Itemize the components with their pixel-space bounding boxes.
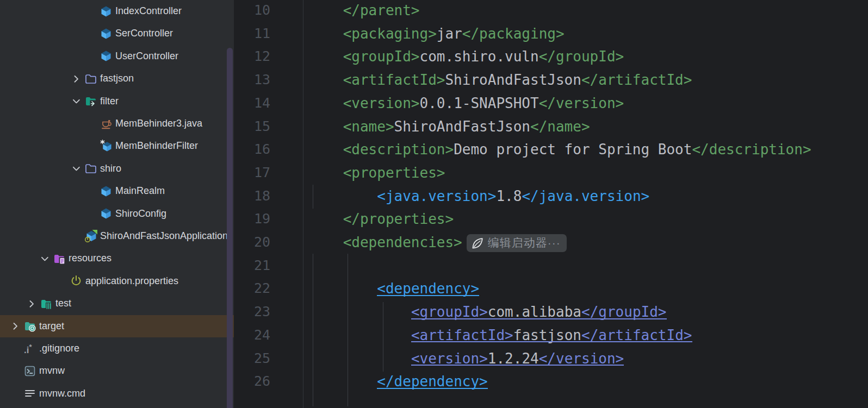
folder-blue-icon <box>85 162 98 175</box>
tree-item-fastjson[interactable]: fastjson <box>0 67 234 90</box>
code-line-16[interactable]: 16<description>Demo project for Spring B… <box>234 138 868 161</box>
code-token: </version> <box>539 350 624 367</box>
tree-item-mvnw[interactable]: mvnw <box>0 360 234 382</box>
bean-icon <box>100 5 113 18</box>
code-line-14[interactable]: 14<version>0.0.1-SNAPSHOT</version> <box>234 92 868 115</box>
code-token: <java.version> <box>377 188 496 204</box>
code-line-15[interactable]: 15<name>ShiroAndFastJson</name> <box>234 115 868 139</box>
code-token: </java.version> <box>522 188 649 204</box>
code-text: <packaging>jar</packaging> <box>343 22 565 46</box>
chevron-right-icon[interactable] <box>71 73 82 84</box>
folder-test-icon <box>40 297 53 310</box>
dependency-link-underline <box>377 295 479 296</box>
dependency-link-underline <box>411 341 692 342</box>
code-token: ShiroAndFastJson <box>394 118 530 135</box>
line-number: 12 <box>234 45 270 68</box>
tree-item-application-properties[interactable]: application.properties <box>0 270 234 292</box>
tree-item-gitignore[interactable]: .i*.gitignore <box>0 337 234 360</box>
java-file-icon <box>100 117 113 130</box>
chevron-down-icon[interactable] <box>71 96 82 106</box>
tree-item-test[interactable]: test <box>0 292 234 315</box>
code-token: </groupId> <box>539 48 624 65</box>
code-line-21[interactable]: 21 <box>234 254 868 278</box>
tree-item-sercontroller[interactable]: SerController <box>0 22 234 45</box>
project-tree: IndexControllerSerControllerUserControll… <box>0 0 234 408</box>
tree-item-indexcontroller[interactable]: IndexController <box>0 0 234 22</box>
chevron-right-icon[interactable] <box>10 321 21 331</box>
warning-squiggle <box>314 390 488 394</box>
line-number: 16 <box>234 138 270 161</box>
dependency-link-underline <box>411 365 624 366</box>
spring-leaf-icon <box>471 237 484 250</box>
line-number: 26 <box>234 370 270 393</box>
tree-item-label: mvnw.cmd <box>39 382 85 405</box>
tree-item-label: MainRealm <box>115 180 165 202</box>
properties-icon <box>70 274 83 287</box>
tree-item-shiro[interactable]: shiro <box>0 158 234 180</box>
code-line-23[interactable]: 23<groupId>com.alibaba</groupId> <box>234 300 868 324</box>
tree-item-target[interactable]: target <box>0 315 234 337</box>
tree-item-shiroandfastjsonapplication[interactable]: ShiroAndFastJsonApplication <box>0 225 234 247</box>
chevron-down-icon[interactable] <box>71 163 82 174</box>
code-text: <version>0.0.1-SNAPSHOT</version> <box>343 92 624 115</box>
code-token: </name> <box>530 118 590 135</box>
code-token: </version> <box>539 95 624 111</box>
code-line-22[interactable]: 22<dependency> <box>234 277 868 300</box>
code-line-18[interactable]: 18<java.version>1.8</java.version> <box>234 185 868 208</box>
code-line-17[interactable]: 17<properties> <box>234 161 868 185</box>
chevron-down-icon[interactable] <box>39 253 50 264</box>
tree-item-mvnw-cmd[interactable]: mvnw.cmd <box>0 382 234 405</box>
tree-item-shiroconfig[interactable]: ShiroConfig <box>0 203 234 225</box>
code-line-24[interactable]: 24<artifactId>fastjson</artifactId> <box>234 324 868 347</box>
line-number: 22 <box>234 277 270 300</box>
code-text: <dependencies>编辑启动器··· <box>343 231 567 254</box>
edit-starters-inlay-badge[interactable]: 编辑启动器··· <box>467 234 567 252</box>
code-token: <dependency> <box>377 280 479 297</box>
bean-icon <box>100 185 113 198</box>
spring-app-icon <box>85 230 98 243</box>
code-line-10[interactable]: 10</parent> <box>234 0 868 22</box>
tree-item-label: UserController <box>115 45 178 67</box>
code-token: </dependency> <box>377 373 488 390</box>
tree-item-membehinder3-java[interactable]: MemBehinder3.java <box>0 112 234 135</box>
code-token: jar <box>437 26 462 42</box>
code-line-19[interactable]: 19</properties> <box>234 208 868 231</box>
folder-blue-icon <box>85 72 98 85</box>
bean-icon <box>100 207 113 220</box>
code-token: 0.0.1-SNAPSHOT <box>420 95 539 111</box>
code-line-11[interactable]: 11<packaging>jar</packaging> <box>234 22 868 46</box>
code-line-25[interactable]: 25<version>1.2.24</version> <box>234 347 868 371</box>
code-token: </description> <box>692 141 811 158</box>
code-token: <properties> <box>343 165 445 181</box>
tree-item-label: .gitignore <box>39 337 79 360</box>
tree-item-mainrealm[interactable]: MainRealm <box>0 180 234 202</box>
code-line-13[interactable]: 13<artifactId>ShiroAndFastJson</artifact… <box>234 68 868 92</box>
code-line-12[interactable]: 12<groupId>com.shiro.vuln</groupId> <box>234 45 868 68</box>
tree-scrollbar[interactable] <box>227 48 233 408</box>
tree-item-usercontroller[interactable]: UserController <box>0 45 234 67</box>
tree-item-label: mvnw <box>39 360 65 382</box>
tree-item-label: resources <box>69 247 111 269</box>
tree-item-filter[interactable]: filter <box>0 90 234 112</box>
code-line-26[interactable]: 26</dependency> <box>234 370 868 393</box>
editor-pane[interactable]: 10</parent>11<packaging>jar</packaging>1… <box>234 0 868 408</box>
code-line-20[interactable]: 20<dependencies>编辑启动器··· <box>234 231 868 254</box>
code-token: <packaging> <box>343 26 437 42</box>
code-text: </properties> <box>343 208 454 231</box>
gitignore-icon: .i* <box>24 342 37 355</box>
code-text: </parent> <box>343 0 420 22</box>
tree-item-label: target <box>39 315 64 337</box>
tree-item-label: shiro <box>100 158 121 180</box>
code-token: Demo project for Spring Boot <box>454 141 692 158</box>
tree-item-membehinderfilter[interactable]: MemBehinderFilter <box>0 135 234 157</box>
line-number: 21 <box>234 254 270 278</box>
code-token: com.alibaba <box>488 304 581 320</box>
code-text: <description>Demo project for Spring Boo… <box>343 138 811 161</box>
bean-new-icon <box>100 140 113 153</box>
code-token: </properties> <box>343 211 454 227</box>
chevron-right-icon[interactable] <box>26 298 37 309</box>
tree-item-resources[interactable]: resources <box>0 247 234 269</box>
code-token: <groupId> <box>411 304 488 320</box>
code-token: <description> <box>343 141 454 158</box>
tree-item-label: filter <box>100 90 119 112</box>
